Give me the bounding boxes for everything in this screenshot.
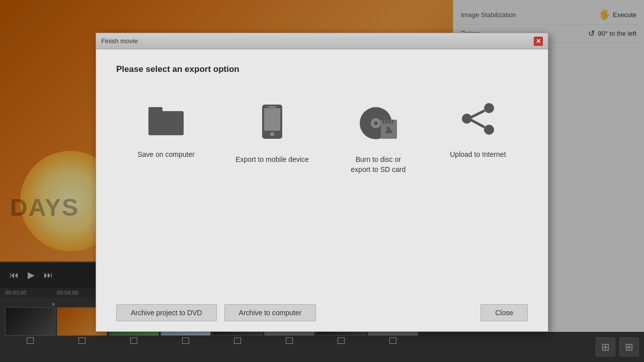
svg-point-18	[462, 114, 472, 124]
export-mobile-label: Export to mobile device	[235, 155, 309, 165]
archive-dvd-button[interactable]: Archive project to DVD	[116, 304, 217, 321]
export-option-mobile[interactable]: Export to mobile device	[225, 95, 319, 172]
svg-rect-0	[148, 111, 184, 135]
footer-left-buttons: Archive project to DVD Archive to comput…	[116, 304, 316, 321]
svg-rect-5	[268, 106, 276, 108]
svg-point-16	[484, 103, 494, 113]
burn-disc-label: Burn to disc orexport to SD card	[351, 155, 406, 174]
svg-rect-3	[264, 108, 280, 131]
dialog-title: Finish movie	[101, 37, 138, 45]
svg-rect-13	[391, 120, 393, 124]
svg-line-19	[471, 111, 485, 117]
dialog-close-button[interactable]: ✕	[534, 37, 543, 46]
folder-icon	[146, 102, 186, 142]
dialog-titlebar: Finish movie ✕	[96, 33, 548, 49]
upload-internet-label: Upload to Internet	[450, 150, 506, 160]
archive-computer-button[interactable]: Archive to computer	[224, 304, 316, 321]
export-option-upload[interactable]: Upload to Internet	[438, 95, 518, 167]
svg-point-17	[484, 125, 494, 135]
svg-rect-1	[148, 107, 163, 113]
export-option-disc[interactable]: Burn to disc orexport to SD card	[338, 95, 419, 182]
export-options: Save on computer Export to mobile device	[116, 95, 528, 287]
svg-point-4	[270, 132, 274, 136]
export-option-save-computer[interactable]: Save on computer	[126, 95, 206, 167]
svg-rect-11	[385, 120, 387, 124]
svg-point-15	[386, 127, 389, 130]
share-icon	[458, 102, 498, 142]
mobile-icon	[257, 102, 287, 147]
svg-line-20	[471, 120, 485, 127]
disc-icon	[356, 102, 401, 147]
svg-rect-10	[382, 120, 384, 124]
dialog-body: Please select an export option Save on c…	[96, 49, 548, 297]
close-button[interactable]: Close	[480, 304, 528, 321]
finish-movie-dialog: Finish movie ✕ Please select an export o…	[96, 33, 548, 332]
svg-rect-12	[388, 120, 390, 124]
save-computer-label: Save on computer	[137, 150, 195, 160]
dialog-footer: Archive project to DVD Archive to comput…	[96, 297, 548, 331]
svg-point-8	[374, 121, 378, 125]
dialog-heading: Please select an export option	[116, 64, 528, 74]
